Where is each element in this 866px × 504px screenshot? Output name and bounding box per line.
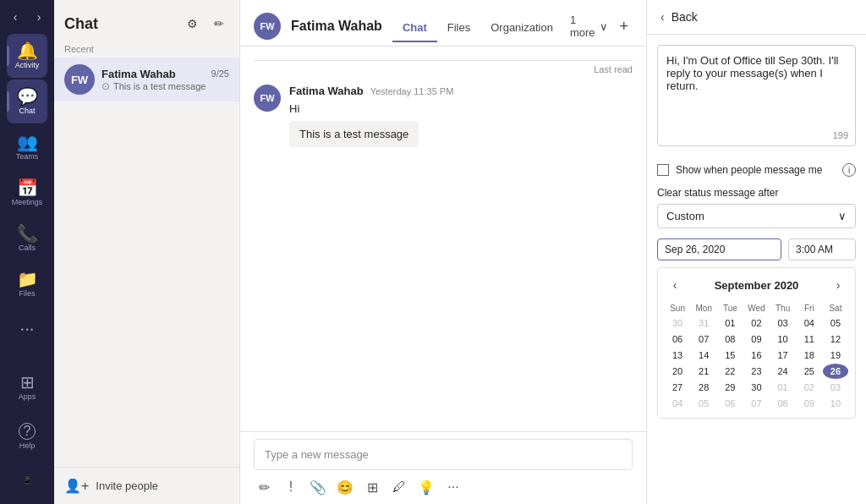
cal-day[interactable]: 30 (743, 380, 769, 395)
cal-day[interactable]: 01 (770, 380, 796, 395)
tab-more[interactable]: 1 more ∨ (563, 7, 615, 46)
message-content: Fatima Wahab Yesterday 11:35 PM Hi This … (289, 85, 633, 147)
cal-day[interactable]: 02 (797, 380, 822, 395)
meetings-icon: 📅 (17, 179, 38, 196)
cal-day[interactable]: 23 (743, 364, 769, 379)
cal-day[interactable]: 15 (717, 348, 743, 363)
sidebar-item-chat[interactable]: 💬 Chat (7, 79, 47, 123)
calendar-prev-button[interactable]: ‹ (665, 275, 685, 295)
chat-preview-text: This is a test message (113, 81, 206, 91)
cal-day[interactable]: 13 (665, 348, 690, 363)
day-header-sat: Sat (823, 302, 848, 315)
sidebar-item-teams[interactable]: 👥 Teams (7, 125, 47, 169)
format-icon[interactable]: ✏ (254, 477, 274, 497)
tab-chat[interactable]: Chat (392, 11, 437, 42)
invite-people-button[interactable]: 👤+ Invite people (54, 467, 239, 504)
cal-day-selected[interactable]: 26 (823, 364, 848, 379)
cal-day[interactable]: 28 (691, 380, 716, 395)
cal-day[interactable]: 24 (770, 364, 796, 379)
cal-day[interactable]: 17 (770, 348, 796, 363)
calendar-next-button[interactable]: › (828, 275, 848, 295)
activity-icon: 🔔 (17, 42, 38, 59)
clear-after-label: Clear status message after (647, 184, 866, 200)
cal-day[interactable]: 25 (797, 364, 822, 379)
meetings-label: Meetings (12, 198, 43, 206)
status-panel-back[interactable]: ‹ Back (647, 0, 866, 35)
sidebar-item-more[interactable]: • • • (7, 308, 47, 352)
cal-day[interactable]: 11 (797, 331, 822, 347)
cal-day[interactable]: 22 (717, 364, 743, 379)
activity-label: Activity (15, 61, 40, 69)
emoji-icon[interactable]: 😊 (335, 477, 355, 497)
cal-day[interactable]: 31 (691, 315, 716, 331)
cal-day[interactable]: 16 (743, 348, 769, 363)
calendar: ‹ September 2020 › Sun Mon Tue Wed Thu F… (657, 267, 856, 419)
cal-day[interactable]: 03 (770, 315, 796, 331)
chat-list-item[interactable]: FW Fatima Wahab 9/25 ⊙ This is a test me… (54, 58, 239, 101)
cal-day[interactable]: 05 (691, 396, 716, 411)
cal-day[interactable]: 09 (743, 331, 769, 347)
cal-day[interactable]: 01 (717, 315, 743, 331)
tab-organization[interactable]: Organization (480, 11, 563, 42)
add-tab-button[interactable]: + (615, 16, 633, 36)
cal-day[interactable]: 04 (665, 396, 690, 411)
sidebar-item-calls[interactable]: 📞 Calls (7, 216, 47, 260)
status-message-box[interactable]: Hi, I'm Out of Office till Sep 30th. I'l… (657, 45, 856, 146)
cal-day[interactable]: 10 (770, 331, 796, 347)
chevron-down-icon: ∨ (838, 210, 847, 222)
day-header-mon: Mon (691, 302, 716, 315)
main-area: Chat ⚙ ✏ Recent FW Fatima Wahab 9/25 ⊙ T… (54, 0, 866, 504)
status-message-text: Hi, I'm Out of Office till Sep 30th. I'l… (666, 54, 838, 92)
calls-icon: 📞 (17, 225, 38, 242)
cal-day[interactable]: 08 (770, 396, 796, 411)
more-options-icon[interactable]: ··· (443, 477, 463, 497)
cal-day[interactable]: 06 (717, 396, 743, 411)
cal-day[interactable]: 19 (823, 348, 848, 363)
cal-day[interactable]: 07 (743, 396, 769, 411)
forward-nav-button[interactable]: › (29, 7, 49, 27)
cal-day[interactable]: 27 (665, 380, 690, 395)
cal-day[interactable]: 18 (797, 348, 822, 363)
sticker-icon[interactable]: 🖊 (389, 477, 409, 497)
cal-day[interactable]: 02 (743, 315, 769, 331)
custom-dropdown[interactable]: Custom ∨ (657, 204, 856, 228)
chat-input-area: Type a new message ✏ ! 📎 😊 ⊞ 🖊 💡 ··· (240, 431, 646, 504)
cal-day[interactable]: 20 (665, 364, 690, 379)
sidebar-item-help[interactable]: ? Help (7, 414, 47, 458)
cal-day[interactable]: 05 (823, 315, 848, 331)
cal-day[interactable]: 14 (691, 348, 716, 363)
sidebar-item-activity[interactable]: 🔔 Activity (7, 34, 47, 78)
sidebar: ‹ › 🔔 Activity 💬 Chat 👥 Teams 📅 Meetings… (0, 0, 54, 504)
info-icon[interactable]: i (842, 163, 856, 177)
cal-day[interactable]: 12 (823, 331, 848, 347)
cal-day[interactable]: 06 (665, 331, 690, 347)
cal-day[interactable]: 21 (691, 364, 716, 379)
cal-day[interactable]: 03 (823, 380, 848, 395)
cal-day[interactable]: 09 (797, 396, 822, 411)
cal-day[interactable]: 04 (797, 315, 822, 331)
gif-icon[interactable]: ⊞ (362, 477, 382, 497)
cal-day[interactable]: 07 (691, 331, 716, 347)
attach-icon[interactable]: 📎 (308, 477, 328, 497)
message-input[interactable]: Type a new message (254, 439, 633, 470)
cal-day[interactable]: 30 (665, 315, 690, 331)
filter-button[interactable]: ⚙ (182, 14, 202, 34)
back-nav-button[interactable]: ‹ (5, 7, 25, 27)
help-label: Help (19, 441, 36, 450)
cal-day[interactable]: 10 (823, 396, 848, 411)
phone-device-icon[interactable]: 📱 (7, 463, 47, 497)
priority-icon[interactable]: ! (281, 477, 301, 497)
praise-icon[interactable]: 💡 (416, 477, 436, 497)
calls-label: Calls (19, 244, 36, 252)
cal-day[interactable]: 29 (717, 380, 743, 395)
cal-day[interactable]: 08 (717, 331, 743, 347)
time-input[interactable]: 3:00 AM (788, 238, 856, 260)
tab-files[interactable]: Files (437, 11, 480, 42)
new-chat-button[interactable]: ✏ (209, 14, 229, 34)
sidebar-item-apps[interactable]: ⊞ Apps (7, 365, 47, 409)
sidebar-item-meetings[interactable]: 📅 Meetings (7, 171, 47, 215)
sidebar-item-files[interactable]: 📁 Files (7, 262, 47, 306)
chat-window: FW Fatima Wahab Chat Files Organization … (240, 0, 646, 504)
date-input[interactable]: Sep 26, 2020 (657, 238, 781, 260)
show-when-checkbox[interactable] (657, 164, 669, 176)
